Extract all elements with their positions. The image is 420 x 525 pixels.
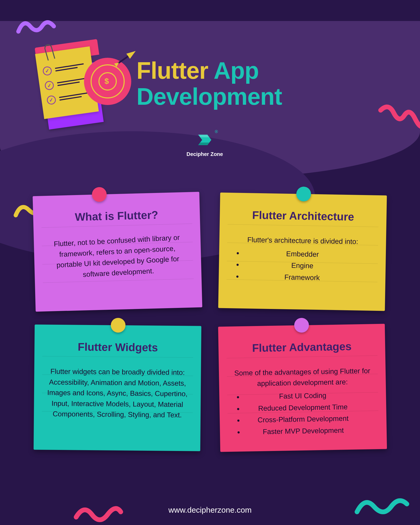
card-list: Fast UI Coding Reduced Development Time … xyxy=(232,389,374,437)
pin-icon xyxy=(111,318,125,333)
target-icon: $ xyxy=(84,58,131,105)
card-what-is-flutter: What is Flutter? Flutter, not to be conf… xyxy=(33,192,202,312)
pin-icon xyxy=(92,187,107,202)
arrow-icon xyxy=(112,46,140,70)
squiggle-icon xyxy=(354,486,412,525)
checklist-target-graphic: ✓ ✓ ✓ $ xyxy=(37,47,121,131)
list-item: Cross-Platform Development xyxy=(243,413,374,426)
svg-marker-4 xyxy=(198,135,209,137)
brand-name: Decipher Zone xyxy=(178,151,231,157)
pin-icon xyxy=(294,318,309,333)
card-heading: Flutter Architecture xyxy=(233,208,374,223)
card-flutter-widgets: Flutter Widgets Flutter widgets can be b… xyxy=(34,324,201,451)
card-body: Flutter, not to be confused with library… xyxy=(46,232,189,282)
brand-logo-block: ® Decipher Zone xyxy=(178,131,231,157)
card-flutter-advantages: Flutter Advantages Some of the advantage… xyxy=(218,324,387,452)
card-flutter-architecture: Flutter Architecture Flutter's architect… xyxy=(218,192,387,311)
list-item: Framework xyxy=(242,271,372,284)
footer-url: www.decipherzone.com xyxy=(0,506,420,514)
svg-marker-5 xyxy=(198,143,209,145)
card-list: Embedder Engine Framework xyxy=(232,248,373,284)
page-title: Flutter App Development xyxy=(136,58,420,110)
card-intro: Flutter's architecture is divided into: xyxy=(232,234,373,247)
list-item: Faster MVP Development xyxy=(244,424,374,437)
card-heading: What is Flutter? xyxy=(46,208,187,224)
pin-icon xyxy=(296,187,311,202)
list-item: Embedder xyxy=(243,248,373,261)
decipherzone-logo-icon: ® xyxy=(196,131,214,149)
card-heading: Flutter Widgets xyxy=(48,340,188,354)
card-intro: Some of the advantages of using Flutter … xyxy=(232,365,373,389)
card-heading: Flutter Advantages xyxy=(232,340,372,355)
list-item: Fast UI Coding xyxy=(243,389,373,402)
